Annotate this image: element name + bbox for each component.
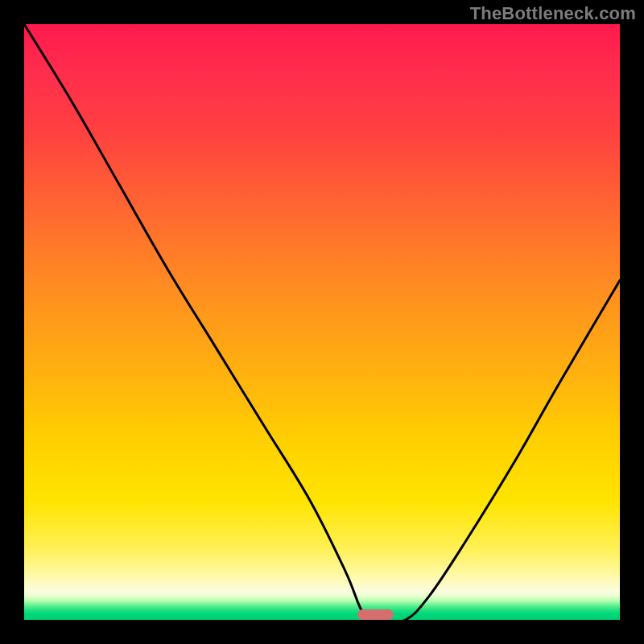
chart-frame: TheBottleneck.com [0,0,644,644]
optimal-point-marker [357,609,393,620]
watermark-text: TheBottleneck.com [470,3,636,24]
chart-overlay [24,24,620,620]
bottleneck-curve [24,24,620,620]
